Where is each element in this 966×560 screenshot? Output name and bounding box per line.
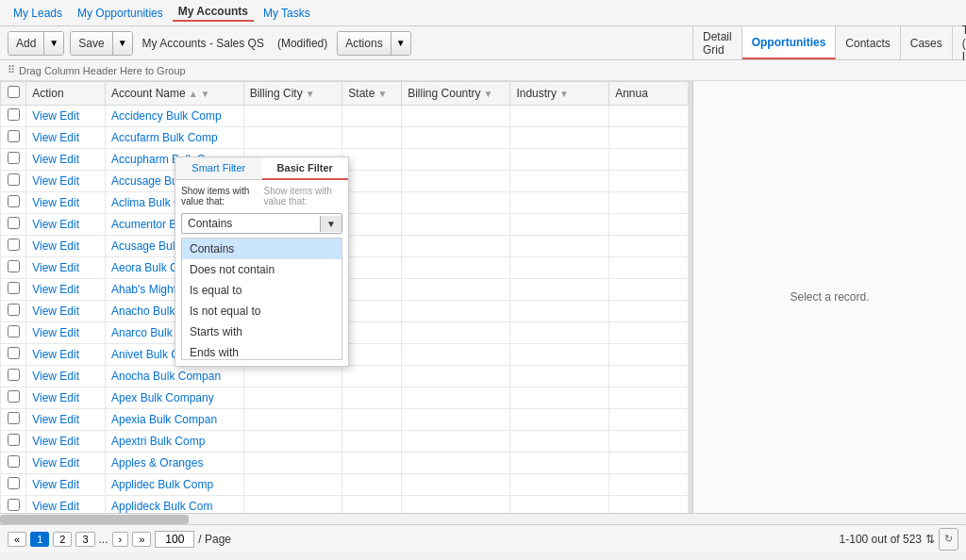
row-checkbox[interactable] (8, 477, 20, 489)
row-view-link[interactable]: View (32, 283, 57, 296)
row-checkbox[interactable] (8, 390, 20, 403)
row-view-link[interactable]: View (32, 153, 57, 166)
actions-button[interactable]: Actions (338, 32, 391, 55)
filter-list-item[interactable]: Ends with (182, 342, 341, 360)
filter-billing-country-icon[interactable]: ▼ (484, 89, 493, 99)
row-account-name-link[interactable]: Accidency Bulk Comp (111, 109, 222, 123)
row-checkbox[interactable] (8, 217, 20, 229)
row-view-link[interactable]: View (32, 478, 57, 491)
row-edit-link[interactable]: Edit (59, 283, 79, 296)
row-view-link[interactable]: View (32, 196, 57, 209)
filter-list-item[interactable]: Does not contain (182, 259, 341, 280)
filter-list-item[interactable]: Contains (182, 239, 341, 259)
row-edit-link[interactable]: Edit (59, 131, 79, 144)
row-edit-link[interactable]: Edit (59, 196, 79, 209)
filter-list-item[interactable]: Starts with (182, 321, 341, 342)
filter-tab-basic[interactable]: Basic Filter (262, 157, 349, 180)
row-view-link[interactable]: View (32, 109, 57, 123)
page-last-button[interactable]: » (132, 532, 151, 547)
horizontal-scrollbar[interactable] (0, 513, 966, 524)
row-edit-link[interactable]: Edit (59, 348, 79, 361)
row-view-link[interactable]: View (32, 326, 57, 339)
row-checkbox[interactable] (8, 282, 20, 294)
filter-industry-icon[interactable]: ▼ (559, 89, 569, 99)
row-edit-link[interactable]: Edit (59, 391, 79, 404)
filter-dropdown[interactable]: Contains ▼ (181, 213, 342, 234)
save-button[interactable]: Save (71, 32, 112, 55)
row-edit-link[interactable]: Edit (59, 500, 79, 513)
row-view-link[interactable]: View (32, 174, 57, 188)
row-edit-link[interactable]: Edit (59, 435, 79, 448)
grid-container[interactable]: Action Account Name ▲ ▼ Billing City (0, 81, 689, 513)
page-size-input[interactable] (155, 531, 194, 548)
row-view-link[interactable]: View (32, 131, 57, 144)
select-all-checkbox[interactable] (8, 86, 20, 98)
filter-list-item[interactable]: Is not equal to (182, 301, 341, 321)
filter-account-name-icon[interactable]: ▼ (201, 89, 210, 99)
row-view-link[interactable]: View (32, 239, 57, 253)
row-account-name-link[interactable]: Apex Bulk Company (111, 391, 214, 404)
row-checkbox[interactable] (8, 369, 20, 381)
row-checkbox[interactable] (8, 412, 20, 424)
nav-my-accounts[interactable]: My Accounts (173, 5, 254, 22)
row-view-link[interactable]: View (32, 261, 57, 274)
filter-list-item[interactable]: Is equal to (182, 280, 341, 301)
row-checkbox[interactable] (8, 130, 20, 142)
row-checkbox[interactable] (8, 499, 20, 511)
row-view-link[interactable]: View (32, 370, 57, 383)
row-checkbox[interactable] (8, 195, 20, 207)
page-3-button[interactable]: 3 (75, 532, 94, 547)
page-next-button[interactable]: › (112, 532, 129, 547)
nav-my-tasks[interactable]: My Tasks (258, 7, 316, 20)
tab-detail-grid[interactable]: Detail Grid (693, 26, 742, 59)
row-edit-link[interactable]: Edit (59, 478, 79, 491)
refresh-bottom-button[interactable]: ↻ (939, 528, 958, 551)
page-2-button[interactable]: 2 (53, 532, 72, 547)
row-edit-link[interactable]: Edit (59, 218, 79, 231)
tab-opportunities[interactable]: Opportunities (742, 26, 837, 59)
row-view-link[interactable]: View (32, 456, 57, 469)
row-edit-link[interactable]: Edit (59, 239, 79, 253)
tab-tasks[interactable]: Tasks (Account ID) (953, 26, 966, 59)
row-checkbox[interactable] (8, 325, 20, 338)
row-checkbox[interactable] (8, 347, 20, 359)
row-edit-link[interactable]: Edit (59, 305, 79, 318)
row-view-link[interactable]: View (32, 305, 57, 318)
row-checkbox[interactable] (8, 434, 20, 446)
row-account-name-link[interactable]: Applideck Bulk Com (111, 500, 212, 513)
row-view-link[interactable]: View (32, 348, 57, 361)
row-account-name-link[interactable]: Accufarm Bulk Comp (111, 131, 218, 144)
filter-tab-smart[interactable]: Smart Filter (175, 157, 262, 179)
actions-dropdown-arrow[interactable]: ▼ (391, 32, 410, 55)
row-checkbox[interactable] (8, 455, 20, 468)
row-edit-link[interactable]: Edit (59, 370, 79, 383)
row-edit-link[interactable]: Edit (59, 261, 79, 274)
row-edit-link[interactable]: Edit (59, 413, 79, 426)
row-account-name-link[interactable]: Anocha Bulk Compan (111, 370, 221, 383)
nav-my-opportunities[interactable]: My Opportunities (72, 7, 169, 20)
row-view-link[interactable]: View (32, 435, 57, 448)
save-dropdown-arrow[interactable]: ▼ (113, 32, 132, 55)
row-checkbox[interactable] (8, 304, 20, 316)
page-1-button[interactable]: 1 (30, 532, 49, 547)
add-dropdown-arrow[interactable]: ▼ (44, 32, 63, 55)
row-view-link[interactable]: View (32, 500, 57, 513)
row-edit-link[interactable]: Edit (59, 326, 79, 339)
row-account-name-link[interactable]: Apples & Oranges (111, 456, 203, 469)
filter-billing-city-icon[interactable]: ▼ (306, 89, 315, 99)
row-view-link[interactable]: View (32, 413, 57, 426)
row-checkbox[interactable] (8, 108, 20, 121)
page-first-button[interactable]: « (8, 532, 26, 547)
row-checkbox[interactable] (8, 173, 20, 186)
row-edit-link[interactable]: Edit (59, 174, 79, 188)
row-checkbox[interactable] (8, 260, 20, 272)
row-edit-link[interactable]: Edit (59, 456, 79, 469)
row-edit-link[interactable]: Edit (59, 109, 79, 123)
row-edit-link[interactable]: Edit (59, 153, 79, 166)
row-account-name-link[interactable]: Apexia Bulk Compan (111, 413, 217, 426)
row-checkbox[interactable] (8, 152, 20, 164)
row-account-name-link[interactable]: Applidec Bulk Comp (111, 478, 213, 491)
row-checkbox[interactable] (8, 239, 20, 251)
row-account-name-link[interactable]: Apextri Bulk Comp (111, 435, 205, 448)
filter-state-icon[interactable]: ▼ (377, 89, 387, 99)
